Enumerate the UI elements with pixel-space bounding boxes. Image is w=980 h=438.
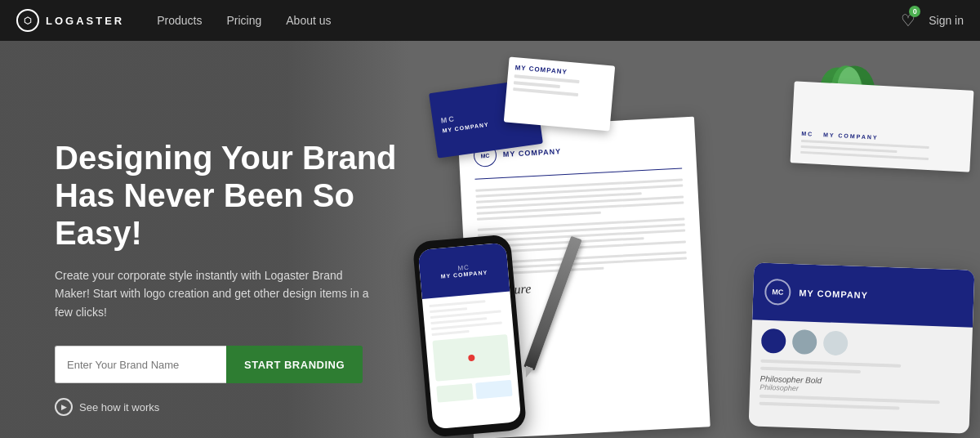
wishlist-badge: 0 — [909, 6, 920, 17]
phone-company-name: MY COMPANY — [440, 270, 488, 279]
navbar: ⬡ LOGASTER Products Pricing About us ♡ 0… — [0, 0, 980, 41]
phone-map — [432, 334, 510, 382]
tablet-company: MY COMPANY — [799, 288, 868, 300]
nav-item-about[interactable]: About us — [286, 13, 331, 28]
tablet-mockup: MC MY COMPANY Philosopher Bold Philosoph… — [749, 262, 975, 433]
white-business-card: MY COMPANY — [504, 56, 615, 131]
color-swatch-2 — [792, 329, 817, 355]
see-how-it-works-link[interactable]: ▶ See how it works — [55, 398, 430, 416]
nav-right: ♡ 0 Sign in — [901, 11, 964, 30]
nav-link-products[interactable]: Products — [157, 14, 202, 27]
letterhead-company-name: MY COMPANY — [503, 147, 562, 159]
logo-text: LOGASTER — [46, 15, 124, 27]
envelope-mockup: MC MY COMPANY — [791, 81, 974, 172]
nav-link-about[interactable]: About us — [286, 14, 331, 27]
wishlist-button[interactable]: ♡ 0 — [901, 11, 915, 30]
color-swatch-1 — [761, 328, 786, 354]
brand-form: START BRANDING — [55, 346, 430, 383]
nav-item-pricing[interactable]: Pricing — [226, 13, 261, 28]
video-link-label: See how it works — [79, 401, 159, 413]
map-pin — [468, 355, 475, 362]
hero-mockup: MC MY COMPANY — [376, 41, 980, 438]
hero-section: Designing Your Brand Has Never Been So E… — [0, 41, 980, 438]
hero-title: Designing Your Brand Has Never Been So E… — [55, 139, 430, 252]
nav-links: Products Pricing About us — [157, 13, 331, 28]
tablet-logo: MC — [764, 279, 791, 306]
nav-link-pricing[interactable]: Pricing — [226, 14, 261, 27]
brand-name-input[interactable] — [55, 346, 226, 383]
hero-content: Designing Your Brand Has Never Been So E… — [55, 139, 430, 416]
nav-item-products[interactable]: Products — [157, 13, 202, 28]
color-swatch-3 — [823, 330, 849, 355]
signin-button[interactable]: Sign in — [929, 14, 964, 27]
start-branding-button[interactable]: START BRANDING — [226, 346, 363, 383]
logo[interactable]: ⬡ LOGASTER — [16, 9, 124, 32]
logo-icon: ⬡ — [16, 9, 39, 32]
hero-subtitle: Create your corporate style instantly wi… — [55, 266, 373, 321]
play-icon: ▶ — [55, 398, 73, 416]
